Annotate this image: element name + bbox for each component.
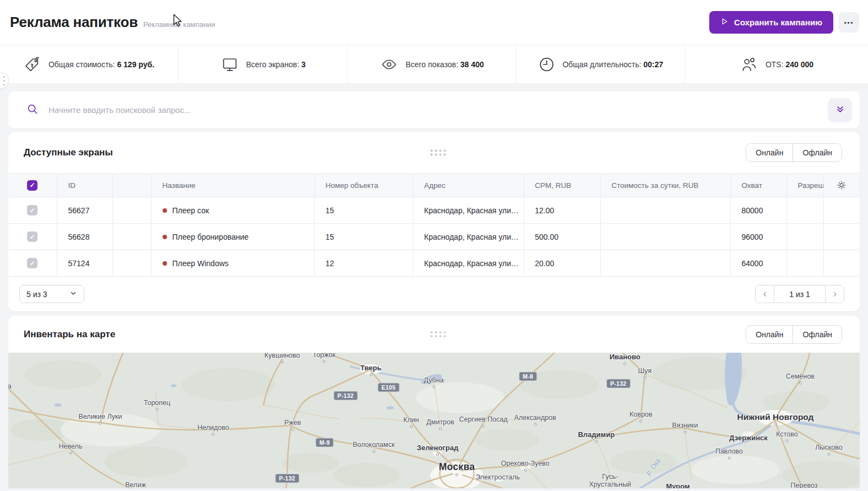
page-header: Реклама напитков Рекламные кампании Сохр… — [0, 0, 868, 45]
eye-icon — [380, 56, 398, 73]
cell-address: Краснодар, Красная ули… — [413, 250, 524, 277]
column-resolution: Разрешение — [786, 174, 823, 197]
search-bar — [8, 91, 860, 128]
table-footer: 5 из 3 1 из 1 — [8, 277, 860, 311]
screens-table: ID Название Номер объекта Адрес CPM, RUB… — [8, 173, 860, 277]
monitor-icon — [220, 56, 239, 73]
cell-cpm: 20.00 — [524, 250, 600, 277]
cell-object-number: 12 — [314, 250, 413, 277]
more-options-button[interactable]: ••• — [839, 12, 859, 33]
chevron-down-icon — [69, 289, 77, 299]
stat-value: 6 129 руб. — [117, 60, 154, 69]
cell-address: Краснодар, Красная ули… — [413, 197, 524, 224]
status-dot — [163, 208, 167, 213]
next-page-button[interactable] — [826, 285, 844, 303]
page-indicator: 1 из 1 — [774, 285, 826, 303]
stat-total-impressions: Всего показов: 38 400 — [347, 45, 516, 83]
row-checkbox[interactable] — [27, 258, 37, 268]
inventory-map-card: Инвентарь на карте Онлайн Офлайн — [8, 316, 860, 488]
cell-cost-per-day — [600, 224, 730, 250]
cell-object-number: 15 — [314, 224, 413, 250]
cell-cost-per-day — [600, 197, 730, 224]
online-filter-button[interactable]: Онлайн — [746, 144, 792, 161]
cell-cpm: 500.00 — [524, 224, 600, 250]
stat-value: 240 000 — [785, 60, 813, 69]
price-tag-icon — [24, 56, 41, 73]
people-icon — [740, 56, 758, 73]
cell-id: 56627 — [57, 197, 112, 224]
play-icon — [720, 17, 729, 28]
cell-name: Плеер Windows — [151, 250, 314, 277]
column-cost-per-day: Стоимость за сутки, RUB — [600, 174, 730, 197]
table-row[interactable]: 56627 Плеер сок 15 Краснодар, Красная ул… — [8, 197, 860, 224]
stat-label: Всего показов: — [406, 60, 458, 69]
table-header-row: ID Название Номер объекта Адрес CPM, RUB… — [8, 174, 860, 197]
cell-resolution — [786, 224, 823, 250]
status-dot — [163, 235, 167, 239]
table-row[interactable]: 56628 Плеер бронирование 15 Краснодар, К… — [8, 224, 860, 250]
stat-value: 00:27 — [644, 60, 664, 69]
clock-icon — [538, 56, 556, 73]
double-chevron-down-icon — [835, 104, 845, 116]
cell-cpm: 12.00 — [524, 197, 600, 224]
select-all-checkbox[interactable] — [27, 180, 37, 191]
cell-reach: 96000 — [730, 224, 786, 250]
map-filter-group: Онлайн Офлайн — [746, 325, 842, 344]
cell-reach: 80000 — [730, 197, 786, 224]
stat-label: OTS: — [765, 60, 784, 69]
search-input[interactable] — [48, 105, 828, 115]
gear-icon[interactable] — [824, 180, 860, 191]
cell-empty — [112, 224, 151, 250]
stat-label: Всего экранов: — [246, 60, 299, 69]
cell-cost-per-day — [600, 250, 730, 277]
pagination: 1 из 1 — [755, 285, 844, 303]
save-campaign-label: Сохранить кампанию — [734, 18, 822, 27]
map-canvas[interactable]: нкаКувшиновоТоржокТверьДубнаИвановоШуяСе… — [8, 353, 860, 488]
breadcrumb[interactable]: Рекламные кампании — [143, 20, 215, 29]
cell-id: 57124 — [57, 250, 112, 277]
cell-empty — [112, 197, 151, 224]
section-title-map: Инвентарь на карте — [24, 329, 115, 340]
cell-resolution — [786, 250, 823, 277]
search-icon — [26, 103, 39, 117]
stat-ots: OTS: 240 000 — [684, 45, 868, 83]
offline-filter-button[interactable]: Офлайн — [792, 144, 842, 161]
stat-total-screens: Всего экранов: 3 — [178, 45, 347, 83]
row-checkbox[interactable] — [27, 231, 37, 242]
table-row[interactable]: 57124 Плеер Windows 12 Краснодар, Красна… — [8, 250, 860, 277]
cell-address: Краснодар, Красная ули… — [413, 224, 524, 250]
stat-value: 38 400 — [460, 60, 484, 69]
cell-id: 56628 — [57, 224, 112, 250]
column-cpm: CPM, RUB — [524, 174, 600, 197]
stat-label: Общая длительность: — [563, 60, 641, 69]
cell-name: Плеер бронирование — [151, 224, 314, 250]
prev-page-button[interactable] — [756, 285, 774, 303]
column-id: ID — [57, 174, 112, 197]
page-size-select[interactable]: 5 из 3 — [19, 285, 84, 303]
column-reach: Охват — [730, 174, 786, 197]
campaign-stats-bar: Общая стоимость: 6 129 руб. Всего экрано… — [0, 45, 868, 84]
cell-empty — [112, 250, 151, 277]
status-dot — [163, 261, 167, 266]
offline-filter-button[interactable]: Офлайн — [792, 326, 842, 343]
column-object-number: Номер объекта — [314, 174, 413, 197]
column-empty — [112, 174, 151, 197]
cell-resolution — [786, 197, 823, 224]
cell-name: Плеер сок — [151, 197, 314, 224]
drag-handle-icon[interactable] — [430, 331, 446, 337]
stat-value: 3 — [301, 60, 306, 69]
online-filter-button[interactable]: Онлайн — [746, 326, 792, 343]
cell-object-number: 15 — [314, 197, 413, 224]
stat-total-duration: Общая длительность: 00:27 — [516, 45, 684, 83]
column-address: Адрес — [413, 174, 524, 197]
page-title: Реклама напитков — [10, 14, 138, 31]
cell-reach: 64000 — [730, 250, 786, 277]
stat-label: Общая стоимость: — [48, 60, 115, 69]
expand-filters-button[interactable] — [828, 98, 852, 122]
row-checkbox[interactable] — [27, 205, 37, 215]
drag-handle-icon[interactable] — [430, 150, 446, 156]
stat-total-cost: Общая стоимость: 6 129 руб. — [0, 45, 178, 83]
page-size-value: 5 из 3 — [26, 290, 47, 299]
save-campaign-button[interactable]: Сохранить кампанию — [709, 11, 833, 34]
section-title-screens: Доступные экраны — [24, 147, 113, 158]
